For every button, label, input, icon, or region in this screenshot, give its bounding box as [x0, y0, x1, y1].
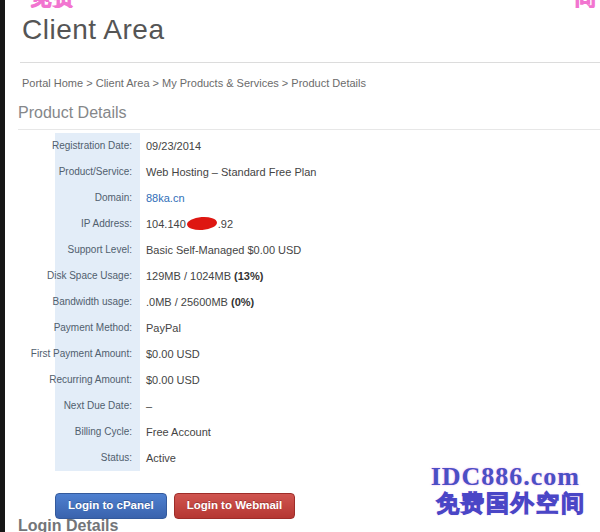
breadcrumb-item: Product Details	[291, 77, 366, 89]
row-label: Domain:	[55, 185, 140, 211]
row-value: Web Hosting – Standard Free Plan	[140, 159, 316, 185]
breadcrumb-item[interactable]: Client Area	[96, 77, 150, 89]
watermark-fragment-top-left: 免费	[30, 0, 76, 8]
table-row: Bandwidth usage:.0MB / 25600MB (0%)	[55, 289, 555, 315]
domain-link[interactable]: 88ka.cn	[146, 192, 185, 204]
row-value: 129MB / 1024MB (13%)	[140, 263, 263, 289]
table-row: Disk Space Usage:129MB / 1024MB (13%)	[55, 263, 555, 289]
row-value: 88ka.cn	[140, 185, 185, 211]
left-edge-bar	[0, 0, 5, 532]
row-label: First Payment Amount:	[55, 341, 140, 367]
row-label: Disk Space Usage:	[55, 263, 140, 289]
table-row: Product/Service:Web Hosting – Standard F…	[55, 159, 555, 185]
breadcrumb-item[interactable]: Portal Home	[22, 77, 83, 89]
row-value: PayPal	[140, 315, 181, 341]
breadcrumb-separator: >	[83, 77, 96, 89]
row-value: –	[140, 393, 152, 419]
page-title: Client Area	[22, 14, 164, 46]
redaction-mark	[186, 216, 217, 231]
row-value: $0.00 USD	[140, 367, 200, 393]
row-value: Active	[140, 445, 176, 471]
breadcrumb-item[interactable]: My Products & Services	[162, 77, 279, 89]
product-details-section-title: Product Details	[18, 104, 600, 130]
row-label: IP Address:	[55, 211, 140, 237]
row-label: Next Due Date:	[55, 393, 140, 419]
table-row: Recurring Amount:$0.00 USD	[55, 367, 555, 393]
row-label: Payment Method:	[55, 315, 140, 341]
row-label: Registration Date:	[55, 133, 140, 159]
table-row: Domain:88ka.cn	[55, 185, 555, 211]
row-label: Billing Cycle:	[55, 419, 140, 445]
row-label: Product/Service:	[55, 159, 140, 185]
row-value: 104.140.92	[140, 211, 233, 237]
watermark-fragment-top-right: 间	[575, 0, 598, 8]
product-details-table: Registration Date:09/23/2014Product/Serv…	[55, 133, 555, 471]
row-label: Status:	[55, 445, 140, 471]
header-divider	[20, 62, 600, 63]
table-row: Next Due Date:–	[55, 393, 555, 419]
row-value: 09/23/2014	[140, 133, 201, 159]
table-row: Payment Method:PayPal	[55, 315, 555, 341]
login-details-section-title: Login Details	[18, 517, 118, 532]
row-value: Free Account	[140, 419, 211, 445]
login-to-webmail-button[interactable]: Login to Webmail	[174, 493, 296, 519]
table-row: Billing Cycle:Free Account	[55, 419, 555, 445]
breadcrumb: Portal Home > Client Area > My Products …	[22, 77, 366, 89]
row-label: Recurring Amount:	[55, 367, 140, 393]
table-row: IP Address:104.140.92	[55, 211, 555, 237]
action-buttons: Login to cPanel Login to Webmail	[55, 493, 295, 519]
breadcrumb-separator: >	[150, 77, 163, 89]
watermark-slogan-text: 免费国外空间	[436, 488, 586, 519]
row-value: Basic Self-Managed $0.00 USD	[140, 237, 301, 263]
breadcrumb-separator: >	[279, 77, 292, 89]
table-row: Support Level:Basic Self-Managed $0.00 U…	[55, 237, 555, 263]
row-label: Support Level:	[55, 237, 140, 263]
row-value: .0MB / 25600MB (0%)	[140, 289, 254, 315]
row-label: Bandwidth usage:	[55, 289, 140, 315]
table-row: Registration Date:09/23/2014	[55, 133, 555, 159]
table-row: First Payment Amount:$0.00 USD	[55, 341, 555, 367]
login-to-cpanel-button[interactable]: Login to cPanel	[55, 493, 167, 519]
row-value: $0.00 USD	[140, 341, 200, 367]
